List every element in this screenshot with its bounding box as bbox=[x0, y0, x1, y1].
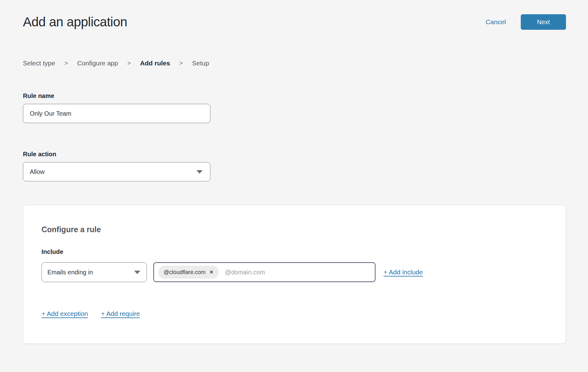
include-criteria-select[interactable]: Emails ending in bbox=[42, 262, 147, 282]
page: Add an application Cancel Next Select ty… bbox=[0, 0, 588, 344]
page-header: Add an application Cancel Next bbox=[23, 0, 566, 30]
cancel-button[interactable]: Cancel bbox=[486, 18, 506, 26]
rule-action-label: Rule action bbox=[23, 151, 566, 158]
configure-rule-card: Configure a rule Include Emails ending i… bbox=[23, 205, 566, 344]
breadcrumb-separator: > bbox=[127, 60, 131, 67]
chip-label: @cloudflare.com bbox=[164, 269, 205, 276]
page-title: Add an application bbox=[23, 15, 127, 29]
header-actions: Cancel Next bbox=[486, 14, 566, 30]
rule-extra-links: + Add exception + Add require bbox=[42, 310, 547, 317]
chip-remove-icon[interactable]: ✕ bbox=[209, 269, 213, 275]
add-include-link[interactable]: + Add include bbox=[384, 268, 423, 276]
caret-down-icon bbox=[196, 170, 203, 174]
email-domain-chip: @cloudflare.com ✕ bbox=[158, 266, 219, 279]
breadcrumb-step-setup[interactable]: Setup bbox=[192, 60, 209, 67]
email-domain-multiselect[interactable]: @cloudflare.com ✕ bbox=[153, 262, 375, 282]
breadcrumb-step-add-rules[interactable]: Add rules bbox=[140, 60, 170, 67]
breadcrumb-step-configure-app[interactable]: Configure app bbox=[77, 60, 118, 67]
breadcrumb: Select type > Configure app > Add rules … bbox=[23, 60, 566, 67]
include-label: Include bbox=[42, 248, 547, 255]
rule-action-selected-value: Allow bbox=[30, 168, 45, 175]
email-domain-input[interactable] bbox=[225, 269, 371, 276]
rule-name-label: Rule name bbox=[23, 92, 566, 100]
include-criteria-selected-value: Emails ending in bbox=[47, 269, 93, 276]
breadcrumb-step-select-type[interactable]: Select type bbox=[23, 60, 55, 67]
next-button[interactable]: Next bbox=[521, 14, 566, 30]
include-rule-row: Emails ending in @cloudflare.com ✕ + Add… bbox=[42, 262, 547, 282]
breadcrumb-separator: > bbox=[64, 60, 68, 67]
breadcrumb-separator: > bbox=[179, 60, 183, 67]
rule-action-select[interactable]: Allow bbox=[23, 162, 210, 181]
rule-card-title: Configure a rule bbox=[42, 225, 547, 234]
add-exception-link[interactable]: + Add exception bbox=[42, 310, 88, 317]
caret-down-icon bbox=[134, 271, 140, 274]
add-require-link[interactable]: + Add require bbox=[101, 310, 140, 317]
rule-name-input[interactable] bbox=[23, 104, 210, 123]
